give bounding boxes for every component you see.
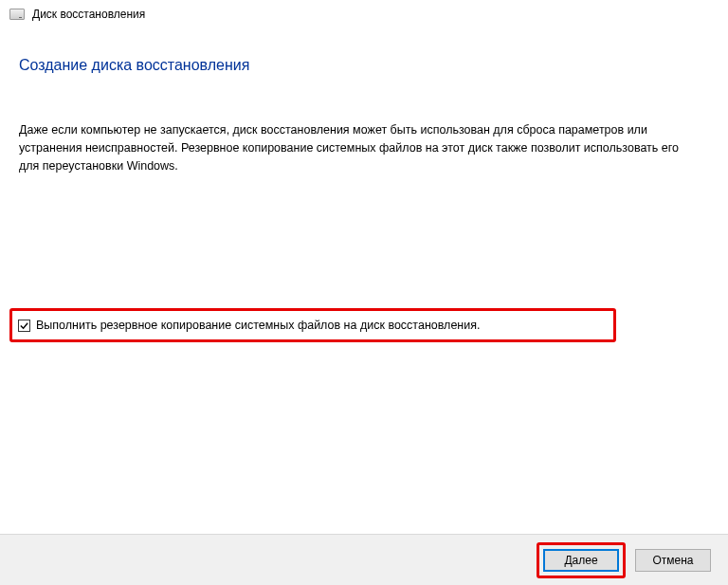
- backup-system-files-checkbox[interactable]: [18, 320, 30, 332]
- highlight-checkbox-region: Выполнить резервное копирование системны…: [9, 308, 616, 342]
- content-area: Создание диска восстановления Даже если …: [0, 28, 728, 174]
- checkmark-icon: [19, 320, 29, 331]
- page-heading: Создание диска восстановления: [19, 57, 709, 74]
- next-button[interactable]: Далее: [543, 549, 619, 572]
- highlight-next-button: Далее: [537, 542, 626, 578]
- footer-bar: Далее Отмена: [0, 534, 728, 585]
- page-description: Даже если компьютер не запускается, диск…: [19, 121, 682, 174]
- cancel-button[interactable]: Отмена: [635, 549, 711, 572]
- backup-checkbox-label: Выполнить резервное копирование системны…: [36, 319, 481, 332]
- window-title: Диск восстановления: [32, 8, 145, 21]
- drive-icon: [9, 9, 25, 20]
- window-header: Диск восстановления: [0, 0, 728, 28]
